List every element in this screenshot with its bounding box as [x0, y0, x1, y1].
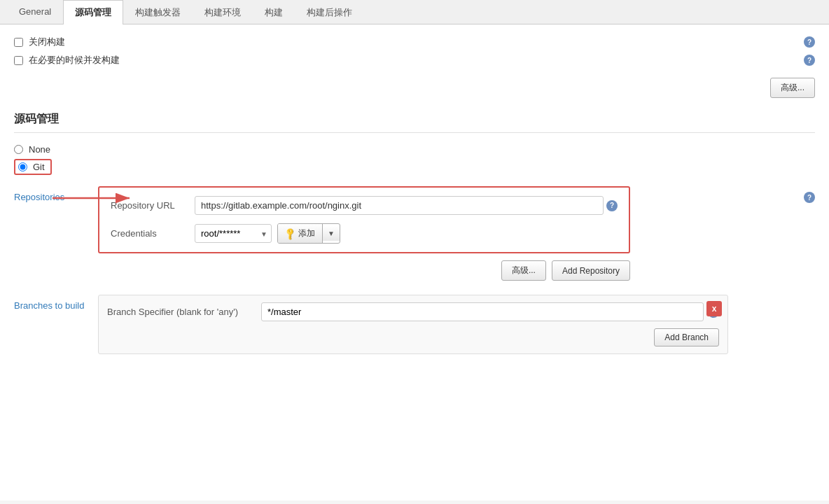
add-caret-icon[interactable]: ▼	[323, 226, 340, 241]
checkbox-section: 关闭构建 ? 在必要的时候并发构建 ?	[14, 36, 815, 66]
red-arrow-indicator	[53, 188, 137, 209]
repo-url-help-icon[interactable]: ?	[606, 200, 618, 211]
scm-git-label: Git	[33, 162, 45, 172]
section-title: 源码管理	[14, 112, 815, 133]
add-credentials-button[interactable]: 🔑 添加 ▼	[277, 223, 340, 244]
tab-build[interactable]: 构建	[253, 0, 295, 24]
repository-box: Repository URL ? Credentials root/******…	[98, 186, 630, 253]
disable-build-help-icon[interactable]: ?	[804, 36, 815, 48]
scm-none-radio[interactable]	[14, 145, 23, 154]
repo-url-row: Repository URL ?	[111, 196, 618, 215]
add-credentials-main[interactable]: 🔑 添加	[278, 224, 323, 243]
tab-post-build[interactable]: 构建后操作	[295, 0, 364, 24]
branch-box: x Branch Specifier (blank for 'any') ? A…	[98, 295, 728, 354]
key-icon: 🔑	[283, 226, 298, 241]
branch-delete-button[interactable]: x	[706, 301, 722, 316]
advanced-button-top[interactable]: 高级...	[770, 78, 815, 98]
branch-specifier-input[interactable]	[261, 302, 704, 321]
concurrent-build-checkbox[interactable]	[14, 56, 23, 65]
repos-advanced-button[interactable]: 高级...	[501, 260, 546, 281]
tab-bar: General 源码管理 构建触发器 构建环境 构建 构建后操作	[0, 0, 829, 24]
none-radio-row: None	[14, 144, 815, 155]
disable-build-row: 关闭构建 ?	[14, 36, 815, 48]
credentials-row-container: Credentials root/****** ▼ 🔑 添加	[111, 223, 618, 244]
repos-bottom-row: 高级... Add Repository	[98, 260, 630, 281]
tab-general[interactable]: General	[7, 0, 63, 24]
credentials-controls: root/****** ▼ 🔑 添加 ▼	[195, 223, 340, 244]
add-label: 添加	[298, 227, 315, 239]
repos-right-help: ?	[801, 186, 815, 281]
disable-build-checkbox[interactable]	[14, 38, 23, 47]
branch-bottom-row: Add Branch	[107, 328, 719, 346]
repositories-content: Repository URL ? Credentials root/******…	[98, 186, 795, 281]
tab-build-trigger[interactable]: 构建触发器	[123, 0, 193, 24]
repositories-section: Repositories Repository URL ? Credential…	[14, 186, 815, 281]
git-radio-row: Git	[14, 159, 815, 175]
tab-source-mgmt[interactable]: 源码管理	[63, 0, 123, 24]
add-repository-button[interactable]: Add Repository	[552, 260, 630, 281]
credentials-select-wrapper: root/****** ▼	[195, 224, 272, 243]
credentials-label: Credentials	[111, 228, 195, 239]
add-branch-button[interactable]: Add Branch	[654, 328, 719, 346]
concurrent-build-row: 在必要的时候并发构建 ?	[14, 54, 815, 66]
branches-content: x Branch Specifier (blank for 'any') ? A…	[98, 295, 728, 354]
scm-none-label: None	[29, 144, 50, 155]
concurrent-build-help-icon[interactable]: ?	[804, 55, 815, 66]
credentials-select[interactable]: root/******	[195, 224, 272, 243]
concurrent-build-label: 在必要的时候并发构建	[29, 54, 120, 66]
scm-git-radio[interactable]	[18, 162, 27, 172]
repo-url-input[interactable]	[195, 196, 604, 215]
scm-radio-group: None Git	[14, 144, 815, 175]
main-content: 关闭构建 ? 在必要的时候并发构建 ? 高级... 源码管理 None Git	[0, 24, 829, 500]
branch-specifier-label: Branch Specifier (blank for 'any')	[107, 307, 261, 317]
advanced-row-top: 高级...	[14, 78, 815, 98]
tab-build-env[interactable]: 构建环境	[193, 0, 253, 24]
branch-specifier-row: Branch Specifier (blank for 'any') ?	[107, 302, 719, 321]
branches-section: Branches to build x Branch Specifier (bl…	[14, 295, 815, 354]
git-radio-wrapper: Git	[14, 159, 52, 175]
branches-label: Branches to build	[14, 295, 98, 354]
repos-section-help-icon[interactable]: ?	[804, 192, 815, 203]
disable-build-label: 关闭构建	[29, 36, 65, 48]
